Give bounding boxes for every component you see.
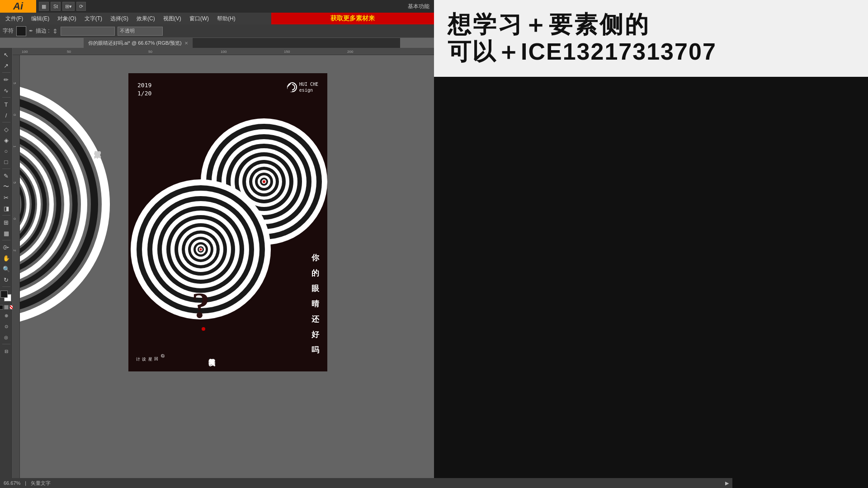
slice-tool[interactable]: ⌱: [1, 242, 11, 252]
overlay-line2: 可以＋ICE13217313707: [448, 38, 854, 66]
partial-rings-svg: [20, 64, 110, 362]
opacity-value[interactable]: [118, 27, 163, 36]
ruler-label-50r: 50: [148, 50, 152, 54]
poster-bottom-left: @回星设计: [135, 354, 165, 358]
swatch-black[interactable]: [0, 305, 3, 310]
char-ma: 吗: [311, 343, 319, 358]
poster-logo: HUI CHE esign: [287, 81, 318, 93]
tool-sep-1: [2, 72, 10, 73]
main-poster: 2019 1/20 HUI CHE esign: [128, 73, 327, 371]
char-yan: 眼: [311, 281, 319, 296]
promo-banner: 获取更多素材来: [271, 13, 434, 24]
hand-tool[interactable]: ✋: [1, 253, 11, 263]
scissors-tool[interactable]: ✂: [1, 192, 11, 202]
menu-file[interactable]: 文件(F): [2, 14, 27, 23]
question-mark-dot: [202, 327, 205, 331]
tool-sep-7: [2, 286, 10, 287]
stroke-arrows: ⇕: [52, 28, 58, 35]
smooth-tool[interactable]: 〜: [1, 182, 11, 192]
grid-btn[interactable]: ⊞▾: [62, 2, 75, 11]
menu-view[interactable]: 视图(V): [160, 14, 185, 23]
status-zoom: 66.67%: [4, 480, 20, 486]
ruler-v-label-20: 5: [13, 182, 17, 183]
gradient-tool[interactable]: ◨: [1, 203, 11, 213]
ruler-label-150: 150: [284, 50, 290, 54]
free-transform-tool[interactable]: ⊞: [1, 217, 11, 227]
workspace-label: 基本功能: [408, 3, 434, 10]
ellipse-tool[interactable]: ○: [1, 146, 11, 156]
menu-effect[interactable]: 效果(C): [133, 14, 159, 23]
poster-circles-svg: [128, 96, 327, 358]
pencil-tool[interactable]: ✎: [1, 171, 11, 181]
char-huan: 还: [311, 312, 319, 327]
menu-select[interactable]: 选择(S): [107, 14, 132, 23]
ruler-v-label-25: 0: [13, 218, 17, 220]
tool-sep-6: [2, 240, 10, 240]
menu-window[interactable]: 窗口(W): [186, 14, 212, 23]
poster-header: 2019 1/20 HUI CHE esign: [128, 73, 327, 98]
layers-icon[interactable]: ⊟: [1, 346, 11, 356]
eraser-tool[interactable]: ◇: [1, 124, 11, 134]
ruler-vertical: 5 0 1 5 0 2: [13, 55, 20, 478]
magnify-icon2[interactable]: ⊙: [1, 321, 11, 331]
magnify-icon[interactable]: ⊕: [1, 310, 11, 320]
char-toolbar: 字符 ✒ 描边 : ⇕: [0, 24, 434, 38]
char-ni: 你: [311, 250, 319, 266]
doc-tab-close[interactable]: ✕: [184, 41, 188, 46]
doc-tab-active[interactable]: 你的眼睛还好吗.ai* @ 66.67% (RGB/预览) ✕: [84, 38, 193, 48]
poster-logo-icon: [287, 82, 297, 93]
color-pair: [0, 291, 12, 303]
curvature-tool[interactable]: ∿: [1, 85, 11, 95]
type-tool[interactable]: T: [1, 99, 11, 109]
svg-point-42: [263, 180, 265, 183]
char-color-swatch[interactable]: [16, 26, 26, 36]
poster-logo-text: HUI CHE esign: [299, 81, 318, 93]
stroke-dropdown[interactable]: [61, 27, 115, 36]
char-jing: 晴: [311, 296, 319, 312]
tool-sep-8: [2, 344, 10, 344]
tool-sep-4: [2, 169, 10, 169]
doc-tab-title: 你的眼睛还好吗.ai* @ 66.67% (RGB/预览): [88, 40, 182, 47]
char-hao: 好: [311, 327, 319, 343]
line-tool[interactable]: /: [1, 110, 11, 120]
partial-rings: [20, 64, 110, 364]
svg-point-62: [200, 249, 202, 251]
right-chars-group: 你 的 眼 晴 还 好 吗: [311, 250, 319, 358]
ruler-label-200: 200: [347, 50, 353, 54]
char-de: 的: [311, 266, 319, 281]
ruler-label-0: 100: [22, 50, 28, 54]
menu-edit[interactable]: 编辑(E): [28, 14, 53, 23]
question-mark: ?: [192, 285, 210, 326]
arrange-btn[interactable]: ▦: [39, 2, 49, 11]
small-swatches: [0, 305, 14, 310]
blob-tool[interactable]: ◈: [1, 135, 11, 145]
select-tool[interactable]: ↖: [1, 50, 11, 60]
ai-logo: Ai: [0, 0, 36, 13]
menu-text[interactable]: 文字(T): [81, 14, 106, 23]
poster-date: 2019 1/20: [137, 81, 151, 98]
overlay-line1: 想学习＋要素侧的: [448, 11, 854, 38]
ruler-v-label-25b: 2: [13, 249, 17, 251]
at-sign-text: @回星设计: [135, 354, 165, 358]
fg-color-swatch[interactable]: [0, 291, 8, 298]
dropper-icon[interactable]: ✒: [29, 28, 33, 34]
ruler-v-label-5: 5: [13, 82, 17, 84]
stroke-label: 描边 :: [36, 27, 50, 35]
menu-object[interactable]: 对象(O): [54, 14, 80, 23]
circle-icon[interactable]: ◎: [1, 332, 11, 342]
sync-btn[interactable]: St: [51, 2, 61, 11]
swatch-grey[interactable]: [4, 305, 9, 310]
doc-tab-bar: 你的眼睛还好吗.ai* @ 66.67% (RGB/预览) ✕: [84, 38, 400, 48]
ruler-label-50: 50: [67, 50, 71, 54]
zoom-tool[interactable]: 🔍: [1, 264, 11, 274]
ruler-v-label-15: 1: [13, 145, 17, 147]
overlay-promo: 想学习＋要素侧的 可以＋ICE13217313707: [434, 0, 868, 77]
rotate-tool[interactable]: ↻: [1, 275, 11, 285]
direct-select-tool[interactable]: ↗: [1, 61, 11, 70]
bar-chart-tool[interactable]: ▦: [1, 228, 11, 238]
menu-help[interactable]: 帮助(H): [213, 14, 239, 23]
bridge-btn[interactable]: ⟳: [76, 2, 86, 11]
pen-tool[interactable]: ✏: [1, 75, 11, 84]
rect-tool[interactable]: □: [1, 157, 11, 167]
ruler-label-100r: 100: [221, 50, 226, 54]
